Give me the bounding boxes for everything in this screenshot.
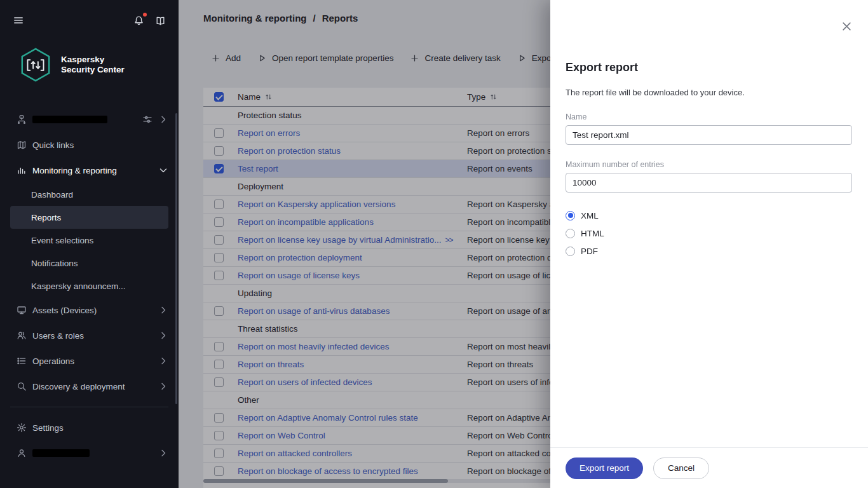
topbar-icons <box>133 15 166 26</box>
hamburger-menu-icon[interactable] <box>13 15 24 26</box>
sidebar-item-label: Operations <box>32 356 74 366</box>
sidebar-subitem-notifications[interactable]: Notifications <box>10 252 168 274</box>
chevron-right-icon <box>158 305 168 315</box>
sidebar-item-operations[interactable]: Operations <box>0 348 179 374</box>
person-icon <box>17 448 27 458</box>
logo-hexagon-icon <box>19 47 52 83</box>
documentation-book-icon[interactable] <box>155 15 166 26</box>
sidebar-divider <box>10 407 168 407</box>
sidebar-item-assets[interactable]: Assets (Devices) <box>0 297 179 323</box>
sidebar-topbar <box>0 0 179 41</box>
sidebar-subitem-kaspersky-announcements[interactable]: Kaspersky announcem... <box>10 274 168 297</box>
sidebar-menu: Quick linksMonitoring & reportingDashboa… <box>0 107 179 466</box>
format-option-html[interactable]: HTML <box>566 224 852 242</box>
operations-icon <box>17 356 27 366</box>
sidebar-subitem-label: Event selections <box>31 236 93 245</box>
logo-text-line1: Kaspersky <box>61 55 125 65</box>
sliders-icon <box>142 114 153 125</box>
sidebar-scrollbar-thumb[interactable] <box>175 113 177 404</box>
sidebar-subitem-event-selections[interactable]: Event selections <box>10 229 168 252</box>
export-report-button[interactable]: Export report <box>566 458 643 479</box>
sidebar-item-label: Monitoring & reporting <box>32 166 117 175</box>
chevron-right-icon <box>158 114 168 125</box>
sidebar-item-label: Quick links <box>32 140 74 150</box>
sidebar-item-account[interactable] <box>0 440 179 466</box>
bell-icon <box>133 15 144 26</box>
sidebar-item-label: Discovery & deployment <box>32 382 125 391</box>
radio-button-icon[interactable] <box>566 211 575 220</box>
sidebar-item-monitoring-reporting[interactable]: Monitoring & reporting <box>0 158 179 183</box>
sidebar-item-users-roles[interactable]: Users & roles <box>0 323 179 348</box>
chevron-right-icon <box>158 448 168 458</box>
kaspersky-logo: Kaspersky Security Center <box>0 41 179 98</box>
radio-button-icon[interactable] <box>566 229 575 238</box>
radio-button-icon[interactable] <box>566 247 575 256</box>
sidebar: Kaspersky Security Center Quick linksMon… <box>0 0 179 488</box>
sidebar-item-quick-links[interactable]: Quick links <box>0 132 179 158</box>
sidebar-subitem-dashboard[interactable]: Dashboard <box>10 183 168 206</box>
chart-icon <box>17 165 27 175</box>
drawer-footer: Export report Cancel <box>550 447 868 488</box>
name-field[interactable] <box>566 125 852 145</box>
format-option-label: XML <box>581 211 599 220</box>
chevron-right-icon <box>158 356 168 366</box>
format-radio-group: XMLHTMLPDF <box>566 207 852 260</box>
sidebar-item-label: Assets (Devices) <box>32 306 97 315</box>
users-icon <box>17 330 27 341</box>
name-field-label: Name <box>566 112 852 121</box>
sidebar-subitem-label: Dashboard <box>31 190 73 200</box>
max-entries-field[interactable] <box>566 173 852 193</box>
format-option-xml[interactable]: XML <box>566 207 852 224</box>
export-report-drawer: Export report The report file will be do… <box>550 0 868 488</box>
sidebar-item-label: Users & roles <box>32 331 84 341</box>
chevron-right-icon <box>158 330 168 341</box>
close-icon[interactable] <box>841 20 853 32</box>
sidebar-item-label: Settings <box>32 423 64 433</box>
gear-icon <box>17 423 27 433</box>
sidebar-item-admin-server[interactable] <box>0 107 179 132</box>
monitor-icon <box>17 305 27 315</box>
format-option-label: HTML <box>581 229 604 238</box>
drawer-title: Export report <box>566 61 852 74</box>
sidebar-subitem-label: Kaspersky announcem... <box>31 281 126 291</box>
sidebar-subitem-label: Reports <box>31 213 61 222</box>
cancel-button[interactable]: Cancel <box>653 458 709 479</box>
sidebar-subitem-reports[interactable]: Reports <box>10 206 168 229</box>
format-option-label: PDF <box>581 247 598 256</box>
logo-text-line2: Security Center <box>61 65 125 75</box>
notifications-bell-button[interactable] <box>133 15 144 26</box>
format-option-pdf[interactable]: PDF <box>566 242 852 260</box>
chevron-right-icon <box>158 381 168 391</box>
search-icon <box>17 381 27 391</box>
redacted-label <box>32 116 107 123</box>
hierarchy-icon <box>17 114 27 125</box>
chevron-down-icon <box>158 165 168 175</box>
redacted-label <box>32 449 90 457</box>
sidebar-subitem-label: Notifications <box>31 259 78 268</box>
drawer-description: The report file will be downloaded to yo… <box>566 88 852 97</box>
sidebar-item-settings[interactable]: Settings <box>0 415 179 440</box>
max-entries-field-label: Maximum number of entries <box>566 160 852 169</box>
notification-badge <box>143 13 147 17</box>
sidebar-item-discovery-deployment[interactable]: Discovery & deployment <box>0 374 179 399</box>
map-icon <box>17 140 27 150</box>
